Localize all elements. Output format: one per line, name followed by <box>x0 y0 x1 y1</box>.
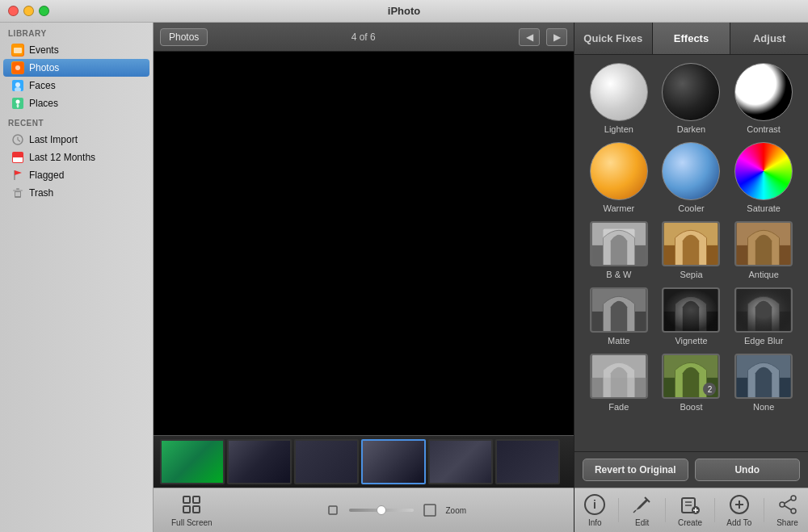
filmstrip-thumb-4[interactable] <box>361 439 426 484</box>
filmstrip-thumb-2[interactable] <box>227 439 292 484</box>
full-screen-button[interactable]: Full Screen <box>162 490 222 530</box>
tab-adjust[interactable]: Adjust <box>730 23 808 54</box>
sidebar-item-places[interactable]: Places <box>3 94 149 112</box>
effect-bw[interactable]: B & W <box>590 221 648 279</box>
matte-thumb[interactable] <box>590 287 648 333</box>
revert-to-original-button[interactable]: Revert to Original <box>583 459 688 481</box>
boost-thumb[interactable]: 2 <box>662 354 720 399</box>
sidebar-item-flagged[interactable]: Flagged <box>3 166 149 184</box>
vignette-thumb[interactable] <box>662 287 720 333</box>
svg-line-53 <box>633 510 636 513</box>
effects-row-4: Matte Vignette <box>583 287 800 346</box>
effect-fade[interactable]: Fade <box>590 354 648 412</box>
minimize-button[interactable] <box>23 6 34 16</box>
edge-blur-thumb[interactable] <box>734 287 793 333</box>
filmstrip-thumb-3[interactable] <box>294 439 359 484</box>
photos-toolbar-label[interactable]: Photos <box>160 28 208 46</box>
darken-sphere[interactable] <box>662 63 720 121</box>
effect-warmer[interactable]: Warmer <box>590 142 648 213</box>
svg-rect-26 <box>329 506 337 514</box>
antique-label: Antique <box>748 270 778 279</box>
create-button[interactable]: Create <box>671 490 709 530</box>
tab-quick-fixes[interactable]: Quick Fixes <box>574 23 653 54</box>
info-button[interactable]: i Info <box>577 490 612 530</box>
svg-rect-12 <box>13 155 23 157</box>
effects-row-2: Warmer Cooler Saturate <box>583 142 800 213</box>
prev-photo-button[interactable]: ◀ <box>519 28 540 46</box>
zoom-slider[interactable] <box>349 509 414 512</box>
effect-antique[interactable]: Antique <box>734 221 793 279</box>
effect-darken[interactable]: Darken <box>662 63 720 134</box>
sidebar-item-photos[interactable]: Photos <box>3 59 149 77</box>
bw-label: B & W <box>606 270 631 279</box>
svg-rect-1 <box>14 48 22 53</box>
sidebar-item-last-12-months[interactable]: Last 12 Months <box>3 149 149 166</box>
divider-2 <box>665 498 666 522</box>
effect-edge-blur[interactable]: Edge Blur <box>734 287 793 346</box>
next-photo-button[interactable]: ▶ <box>546 28 567 46</box>
tab-effects[interactable]: Effects <box>653 23 731 54</box>
last-import-icon <box>11 133 24 146</box>
sidebar-item-events[interactable]: Events <box>3 41 149 59</box>
share-label: Share <box>776 518 798 527</box>
effect-sepia[interactable]: Sepia <box>662 221 720 279</box>
boost-label: Boost <box>680 402 702 412</box>
warmer-sphere[interactable] <box>590 142 648 200</box>
svg-point-8 <box>16 100 20 104</box>
bw-thumb[interactable] <box>590 221 648 266</box>
filmstrip-thumb-5[interactable] <box>428 439 493 484</box>
antique-thumb[interactable] <box>734 221 793 266</box>
share-button[interactable]: Share <box>770 490 806 530</box>
effect-matte[interactable]: Matte <box>590 287 648 346</box>
svg-line-67 <box>785 506 791 510</box>
undo-button[interactable]: Undo <box>695 459 801 481</box>
full-screen-label: Full Screen <box>171 518 213 527</box>
sidebar-item-faces[interactable]: Faces <box>3 77 149 94</box>
panel-icon-bar: i Info Edit Create <box>574 488 808 532</box>
svg-point-65 <box>780 502 785 507</box>
effect-lighten[interactable]: Lighten <box>590 63 648 134</box>
effect-cooler[interactable]: Cooler <box>662 142 720 213</box>
lighten-sphere[interactable] <box>590 63 648 121</box>
share-icon <box>776 493 799 516</box>
darken-label: Darken <box>677 124 705 134</box>
info-icon: i <box>583 493 606 516</box>
effect-saturate[interactable]: Saturate <box>734 142 793 213</box>
sidebar: LIBRARY Events Photos Faces Places <box>0 23 154 532</box>
edit-button[interactable]: Edit <box>625 490 660 530</box>
filmstrip-thumb-6[interactable] <box>495 439 560 484</box>
fade-thumb[interactable] <box>590 354 648 399</box>
effect-contrast[interactable]: Contrast <box>734 63 793 134</box>
cooler-sphere[interactable] <box>662 142 720 200</box>
effect-none[interactable]: None <box>734 354 793 412</box>
panel-bottom-buttons: Revert to Original Undo <box>574 451 808 488</box>
titlebar: iPhoto <box>0 0 808 23</box>
faces-icon <box>11 79 24 92</box>
flag-icon <box>11 169 24 182</box>
contrast-sphere[interactable] <box>734 63 793 121</box>
none-thumb[interactable] <box>734 354 793 399</box>
maximize-button[interactable] <box>39 6 49 16</box>
sidebar-item-last-import[interactable]: Last Import <box>3 131 149 149</box>
svg-text:i: i <box>593 498 596 511</box>
saturate-sphere[interactable] <box>734 142 793 200</box>
sepia-thumb[interactable] <box>662 221 720 266</box>
sidebar-item-trash[interactable]: Trash <box>3 184 149 202</box>
none-label: None <box>753 402 774 412</box>
app-title: iPhoto <box>388 5 420 17</box>
add-to-button[interactable]: Add To <box>720 490 758 530</box>
svg-rect-40 <box>664 289 718 331</box>
add-to-icon <box>728 493 751 516</box>
matte-label: Matte <box>608 336 630 346</box>
svg-rect-18 <box>16 188 19 190</box>
svg-rect-43 <box>737 289 791 331</box>
svg-point-63 <box>791 496 796 501</box>
sepia-label: Sepia <box>680 270 702 279</box>
effect-boost[interactable]: 2 Boost <box>662 354 720 412</box>
svg-rect-24 <box>183 506 190 513</box>
photos-icon <box>11 61 24 74</box>
close-button[interactable] <box>8 6 19 16</box>
effect-vignette[interactable]: Vignette <box>662 287 720 346</box>
filmstrip-thumb-1[interactable] <box>160 439 225 484</box>
sidebar-trash-label: Trash <box>29 187 53 199</box>
